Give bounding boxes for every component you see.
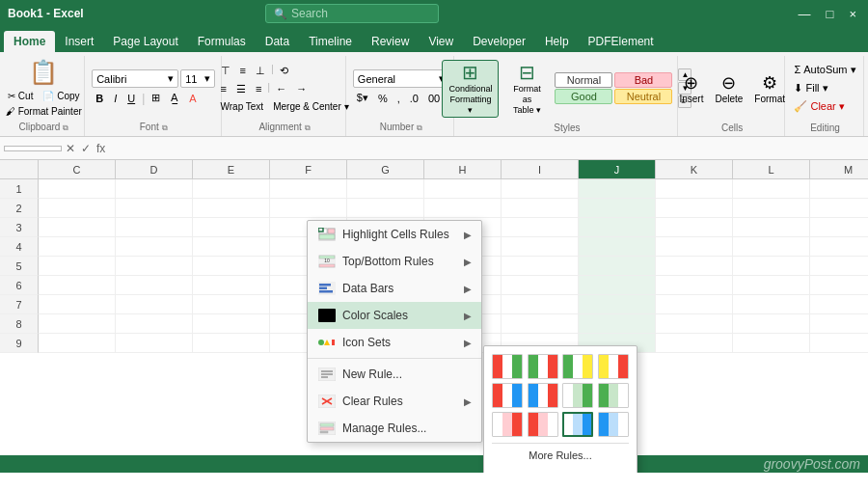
data-cell[interactable] <box>193 179 270 199</box>
col-header-g[interactable]: G <box>347 160 424 178</box>
col-header-e[interactable]: E <box>193 160 270 178</box>
data-cell[interactable] <box>733 314 810 334</box>
clear-button[interactable]: 🧹 Clear ▾ <box>790 98 859 115</box>
data-cell[interactable] <box>733 237 810 257</box>
data-cell[interactable] <box>810 257 868 276</box>
menu-item-clear-rules[interactable]: Clear Rules ▶ <box>308 388 481 415</box>
data-cell[interactable] <box>810 314 868 334</box>
data-cell[interactable] <box>810 199 868 218</box>
data-cell[interactable] <box>193 295 270 314</box>
percent-button[interactable]: % <box>374 91 392 106</box>
data-cell[interactable] <box>193 237 270 257</box>
data-cell[interactable] <box>810 179 868 199</box>
scale-item-bluw[interactable] <box>598 412 629 437</box>
col-header-m[interactable]: M <box>810 160 868 178</box>
name-box[interactable] <box>4 146 62 151</box>
col-header-l[interactable]: L <box>733 160 810 178</box>
data-cell[interactable] <box>502 237 579 257</box>
data-cell[interactable] <box>270 179 347 199</box>
data-cell[interactable] <box>193 199 270 218</box>
conditional-formatting-button[interactable]: ⊞ ConditionalFormatting ▾ <box>442 60 499 118</box>
menu-item-manage-rules[interactable]: Manage Rules... <box>308 415 481 442</box>
minimize-button[interactable]: — <box>795 7 815 21</box>
tab-data[interactable]: Data <box>256 31 299 52</box>
menu-item-top-bottom-rules[interactable]: 10 Top/Bottom Rules ▶ <box>308 248 481 275</box>
data-cell[interactable] <box>656 314 733 334</box>
data-cell[interactable] <box>656 334 733 353</box>
data-cell[interactable] <box>39 179 116 199</box>
more-rules-link[interactable]: More Rules... <box>492 443 629 467</box>
col-header-c[interactable]: C <box>39 160 116 178</box>
search-input[interactable] <box>291 7 407 20</box>
data-cell[interactable] <box>733 179 810 199</box>
data-cell[interactable] <box>810 334 868 353</box>
style-normal[interactable]: Normal <box>555 72 612 88</box>
cut-button[interactable]: ✂ Cut <box>4 89 37 103</box>
decrease-decimal-button[interactable]: .0 <box>406 91 422 106</box>
data-cell[interactable] <box>579 276 656 295</box>
data-cell[interactable] <box>502 218 579 237</box>
wrap-text-button[interactable]: Wrap Text <box>217 99 268 114</box>
number-format-dropdown[interactable]: General ▾ <box>353 69 449 88</box>
comma-button[interactable]: , <box>393 91 404 106</box>
col-header-i[interactable]: I <box>502 160 579 178</box>
data-cell[interactable] <box>579 257 656 276</box>
fill-color-button[interactable]: A̲ <box>167 90 182 106</box>
scale-item-wblu[interactable] <box>562 412 593 437</box>
data-cell[interactable] <box>39 257 116 276</box>
increase-decimal-button[interactable]: 00 <box>424 91 444 106</box>
tab-view[interactable]: View <box>419 31 463 52</box>
data-cell[interactable] <box>579 199 656 218</box>
border-button[interactable]: ⊞ <box>148 90 164 106</box>
scale-item-wyg[interactable] <box>562 383 593 408</box>
data-cell[interactable] <box>502 314 579 334</box>
data-cell[interactable] <box>733 218 810 237</box>
align-top-button[interactable]: ⊤ <box>217 63 234 79</box>
close-button[interactable]: × <box>845 7 860 21</box>
tab-formulas[interactable]: Formulas <box>188 31 256 52</box>
data-cell[interactable] <box>347 199 424 218</box>
bold-button[interactable]: B <box>92 91 107 106</box>
data-cell[interactable] <box>193 218 270 237</box>
align-middle-button[interactable]: ≡ <box>236 63 250 79</box>
data-cell[interactable] <box>733 295 810 314</box>
tab-developer[interactable]: Developer <box>463 31 535 52</box>
data-cell[interactable] <box>733 276 810 295</box>
scale-item-wyr[interactable] <box>492 412 523 437</box>
menu-item-new-rule[interactable]: New Rule... <box>308 361 481 388</box>
scale-item-rwh[interactable] <box>528 412 558 437</box>
data-cell[interactable] <box>656 218 733 237</box>
col-header-d[interactable]: D <box>116 160 193 178</box>
tab-timeline[interactable]: Timeline <box>299 31 362 52</box>
col-header-f[interactable]: F <box>270 160 347 178</box>
italic-button[interactable]: I <box>110 91 121 106</box>
data-cell[interactable] <box>579 179 656 199</box>
data-cell[interactable] <box>579 237 656 257</box>
scale-item-bwr[interactable] <box>528 383 558 408</box>
data-cell[interactable] <box>116 199 193 218</box>
data-cell[interactable] <box>656 199 733 218</box>
data-cell[interactable] <box>502 276 579 295</box>
scale-item-rwy2[interactable] <box>598 354 629 379</box>
currency-button[interactable]: $▾ <box>353 90 372 106</box>
data-cell[interactable] <box>116 257 193 276</box>
data-cell[interactable] <box>116 334 193 353</box>
data-cell[interactable] <box>270 199 347 218</box>
menu-item-data-bars[interactable]: Data Bars ▶ <box>308 275 481 302</box>
data-cell[interactable] <box>116 276 193 295</box>
data-cell[interactable] <box>424 179 502 199</box>
tab-page-layout[interactable]: Page Layout <box>103 31 187 52</box>
data-cell[interactable] <box>116 237 193 257</box>
format-as-table-button[interactable]: ⊟ Format asTable ▾ <box>502 60 551 118</box>
col-header-h[interactable]: H <box>424 160 502 178</box>
data-cell[interactable] <box>193 276 270 295</box>
data-cell[interactable] <box>39 314 116 334</box>
data-cell[interactable] <box>193 257 270 276</box>
data-cell[interactable] <box>39 199 116 218</box>
data-cell[interactable] <box>656 295 733 314</box>
tab-insert[interactable]: Insert <box>55 31 103 52</box>
maximize-button[interactable]: □ <box>823 7 838 21</box>
data-cell[interactable] <box>502 199 579 218</box>
data-cell[interactable] <box>39 237 116 257</box>
data-cell[interactable] <box>39 276 116 295</box>
